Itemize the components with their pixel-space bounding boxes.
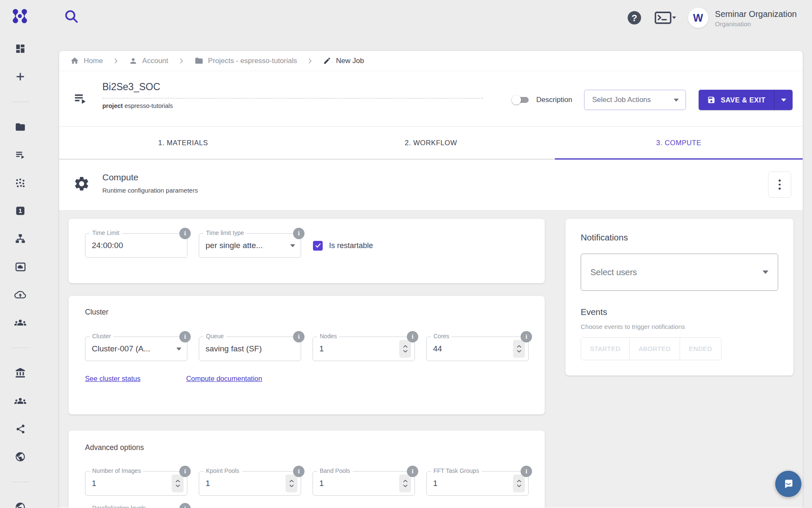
terminal-button[interactable] <box>654 10 676 25</box>
stepper-arrows[interactable] <box>513 340 525 358</box>
info-icon[interactable]: i <box>293 228 304 239</box>
field-value[interactable]: per single atte... <box>206 234 286 257</box>
info-icon[interactable]: i <box>179 503 191 508</box>
sidebar-item-collection[interactable]: 1 <box>0 197 41 225</box>
nodes-stepper[interactable]: Nodes 1 i <box>313 337 415 361</box>
globe-icon <box>15 451 26 462</box>
tab-compute[interactable]: 3. COMPUTE <box>555 127 803 159</box>
checkbox-checked-icon <box>313 241 323 251</box>
info-icon[interactable]: i <box>293 466 304 477</box>
gear-icon <box>73 175 90 192</box>
sidebar-item-storage[interactable] <box>0 281 41 309</box>
stepper-arrows[interactable] <box>399 340 411 358</box>
tab-materials[interactable]: 1. MATERIALS <box>59 127 307 159</box>
sidebar-item-media[interactable] <box>0 253 41 281</box>
info-icon[interactable]: i <box>521 331 532 342</box>
tab-workflow[interactable]: 2. WORKFLOW <box>307 127 555 159</box>
sidebar-item-create[interactable] <box>0 63 41 91</box>
advanced-options-card: Advanced options Number of Images 1 i Kp… <box>69 431 545 508</box>
kpoint-pools-stepper[interactable]: Kpoint Pools 1 i <box>199 471 301 496</box>
sidebar-item-organization[interactable] <box>0 359 41 387</box>
number-of-images-stepper[interactable]: Number of Images 1 i <box>85 471 187 496</box>
info-icon[interactable]: i <box>179 331 191 342</box>
field-value[interactable]: 1 <box>319 472 400 495</box>
field-value[interactable]: 1 <box>92 472 173 495</box>
job-name-editable[interactable]: Bi2Se3_SOC <box>102 81 483 99</box>
cluster-select[interactable]: Cluster Cluster-007 (A... i <box>85 337 187 361</box>
cores-stepper[interactable]: Cores 44 i <box>426 337 529 361</box>
checkbox-label: Is restartable <box>329 241 373 250</box>
event-aborted-button[interactable]: ABORTED <box>630 338 680 360</box>
breadcrumb-label: Account <box>142 57 168 65</box>
sidebar-item-workflows[interactable] <box>0 225 41 253</box>
sidebar-item-users[interactable] <box>0 309 41 337</box>
field-value[interactable]: Cluster-007 (A... <box>92 337 173 361</box>
field-value[interactable]: saving fast (SF) <box>206 337 286 361</box>
info-icon[interactable]: i <box>407 331 418 342</box>
sidebar-item-teams[interactable] <box>0 387 41 415</box>
chat-launcher-button[interactable] <box>775 471 801 497</box>
chevron-right-icon <box>307 58 313 64</box>
chevron-down-icon[interactable] <box>176 348 181 351</box>
stepper-arrows[interactable] <box>172 475 184 492</box>
compute-title: Compute <box>102 172 138 182</box>
cluster-status-link[interactable]: See cluster status <box>85 375 140 383</box>
info-icon[interactable]: i <box>179 228 191 239</box>
queue-field[interactable]: Queue saving fast (SF) i <box>199 337 301 361</box>
sidebar-item-public[interactable] <box>0 443 41 471</box>
breadcrumb-home[interactable]: Home <box>70 56 103 65</box>
mat3ra-logo-icon[interactable] <box>11 8 29 25</box>
field-value[interactable]: 24:00:00 <box>92 234 173 257</box>
fft-task-groups-stepper[interactable]: FFT Task Groups 1 i <box>426 471 529 496</box>
chevron-up-icon <box>289 480 294 483</box>
help-button[interactable]: ? <box>626 10 642 26</box>
compute-docs-link[interactable]: Compute documentation <box>186 375 262 383</box>
compute-menu-button[interactable] <box>768 171 791 198</box>
compute-content: Time Limit 24:00:00 i Time limit type pe… <box>59 210 803 508</box>
time-limit-field[interactable]: Time Limit 24:00:00 i <box>85 233 187 258</box>
job-actions-select[interactable]: Select Job Actions <box>584 90 686 110</box>
field-value[interactable]: 1 <box>433 472 514 495</box>
stepper-arrows[interactable] <box>399 475 411 492</box>
playlist-play-icon <box>15 149 26 160</box>
is-restartable-checkbox[interactable]: Is restartable <box>313 241 373 251</box>
save-dropdown-button[interactable] <box>774 90 793 110</box>
info-icon[interactable]: i <box>293 331 304 342</box>
sidebar-item-materials[interactable] <box>0 169 41 197</box>
breadcrumb-account[interactable]: Account <box>129 57 168 65</box>
info-icon[interactable]: i <box>521 466 532 477</box>
stepper-arrows[interactable] <box>513 475 525 492</box>
time-limit-type-select[interactable]: Time limit type per single atte... i <box>199 233 301 258</box>
field-value[interactable]: 44 <box>433 337 514 361</box>
cloud-upload-icon <box>14 289 26 301</box>
breadcrumb-label: Home <box>84 57 103 65</box>
event-ended-button[interactable]: ENDED <box>680 338 721 360</box>
sidebar-item-jobs[interactable] <box>0 141 41 169</box>
chevron-down-icon[interactable] <box>290 244 295 247</box>
description-toggle[interactable] <box>512 94 530 105</box>
sidebar-item-sharing[interactable] <box>0 415 41 443</box>
job-project: project espresso-tutorials <box>102 102 483 109</box>
info-icon[interactable]: i <box>179 466 191 477</box>
band-pools-stepper[interactable]: Band Pools 1 i <box>313 471 415 496</box>
folder-icon <box>15 121 26 133</box>
stepper-arrows[interactable] <box>285 475 297 492</box>
sidebar-item-bottom-partial[interactable] <box>0 493 41 508</box>
sidebar-item-dashboard[interactable] <box>0 35 41 63</box>
events-heading: Events <box>581 307 607 317</box>
event-started-button[interactable]: STARTED <box>581 338 630 360</box>
save-exit-button[interactable]: SAVE & EXIT <box>699 90 774 110</box>
chevron-down-icon <box>763 271 768 274</box>
field-value[interactable]: 1 <box>319 337 400 361</box>
account-menu[interactable]: W Seminar Organization Organisation <box>688 8 797 28</box>
chevron-down-icon <box>403 484 408 487</box>
select-users-dropdown[interactable]: Select users <box>581 254 778 291</box>
breadcrumb-projects[interactable]: Projects - espresso-tutorials <box>195 56 297 65</box>
sidebar-item-projects[interactable] <box>0 113 41 141</box>
job-summary-toggle[interactable] <box>73 91 88 106</box>
search-icon[interactable] <box>63 8 80 25</box>
info-icon[interactable]: i <box>407 466 418 477</box>
advanced-heading: Advanced options <box>85 443 144 452</box>
field-value[interactable]: 1 <box>206 472 286 495</box>
job-title: Bi2Se3_SOC <box>102 81 160 92</box>
